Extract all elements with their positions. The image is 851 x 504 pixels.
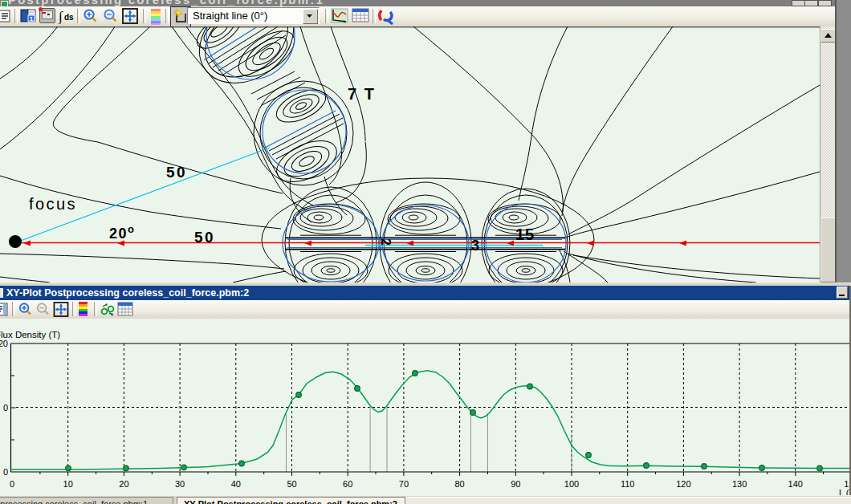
svg-text:50: 50 xyxy=(287,479,296,489)
svg-text:80: 80 xyxy=(454,479,464,489)
svg-text:120: 120 xyxy=(676,479,690,489)
svg-text:10: 10 xyxy=(63,479,73,489)
svg-text:∫: ∫ xyxy=(58,9,63,24)
svg-text:15: 15 xyxy=(515,226,535,243)
svg-text:20: 20 xyxy=(0,339,8,348)
svg-text:1: 1 xyxy=(30,15,34,22)
svg-text:60: 60 xyxy=(343,479,352,489)
svg-text:Flux Density (T): Flux Density (T) xyxy=(0,330,60,339)
svg-text:90: 90 xyxy=(511,479,520,489)
svg-text:130: 130 xyxy=(732,479,747,489)
svg-text:110: 110 xyxy=(621,479,635,489)
svg-text:0: 0 xyxy=(3,403,8,413)
svg-text:70: 70 xyxy=(399,479,409,489)
svg-text:50: 50 xyxy=(194,229,215,246)
svg-text:0: 0 xyxy=(10,479,14,489)
svg-text:L (mm): L (mm) xyxy=(839,488,849,495)
svg-text:focus: focus xyxy=(29,195,77,213)
svg-text:50: 50 xyxy=(166,164,187,181)
svg-text:7 T: 7 T xyxy=(348,85,376,103)
svg-text:0: 0 xyxy=(3,467,8,477)
svg-text:140: 140 xyxy=(788,479,803,489)
svg-text:100: 100 xyxy=(564,479,579,489)
svg-text:40: 40 xyxy=(231,479,241,489)
svg-text:2: 2 xyxy=(379,238,393,246)
svg-text:3: 3 xyxy=(471,238,479,254)
svg-text:30: 30 xyxy=(175,479,185,489)
svg-text:20: 20 xyxy=(119,479,128,489)
svg-text:ds: ds xyxy=(64,13,74,22)
